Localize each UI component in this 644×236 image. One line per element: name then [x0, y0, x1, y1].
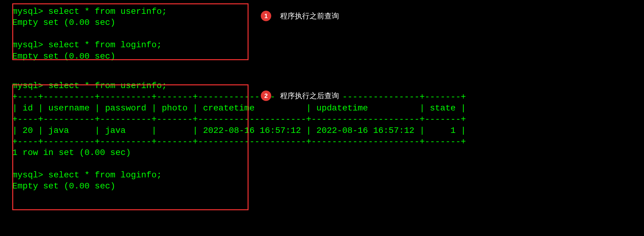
- badge-number-1: 1: [261, 11, 271, 21]
- table-border-bottom: +----+----------+----------+-------+----…: [12, 136, 632, 147]
- table-header-row: | id | username | password | photo | cre…: [12, 103, 632, 114]
- blank-line-2: [12, 159, 632, 170]
- blank-line: [12, 29, 632, 40]
- annotation-label-before: 程序执行之前查询: [276, 9, 343, 23]
- query-loginfo-after: mysql> select * from loginfo;: [12, 170, 632, 181]
- result-loginfo-before: Empty set (0.00 sec): [12, 51, 632, 62]
- result-userinfo-after: 1 row in set (0.00 sec): [12, 147, 632, 158]
- table-data-row: | 20 | java | java | | 2022-08-16 16:57:…: [12, 125, 632, 136]
- query-loginfo-before: mysql> select * from loginfo;: [12, 40, 632, 51]
- annotation-label-after: 程序执行之后查询: [276, 89, 343, 103]
- annotation-before: 1 程序执行之前查询: [261, 9, 343, 23]
- result-loginfo-after: Empty set (0.00 sec): [12, 181, 632, 192]
- annotation-after: 2 程序执行之后查询: [261, 89, 343, 103]
- badge-number-2: 2: [261, 91, 271, 101]
- table-border-mid: +----+----------+----------+-------+----…: [12, 114, 632, 125]
